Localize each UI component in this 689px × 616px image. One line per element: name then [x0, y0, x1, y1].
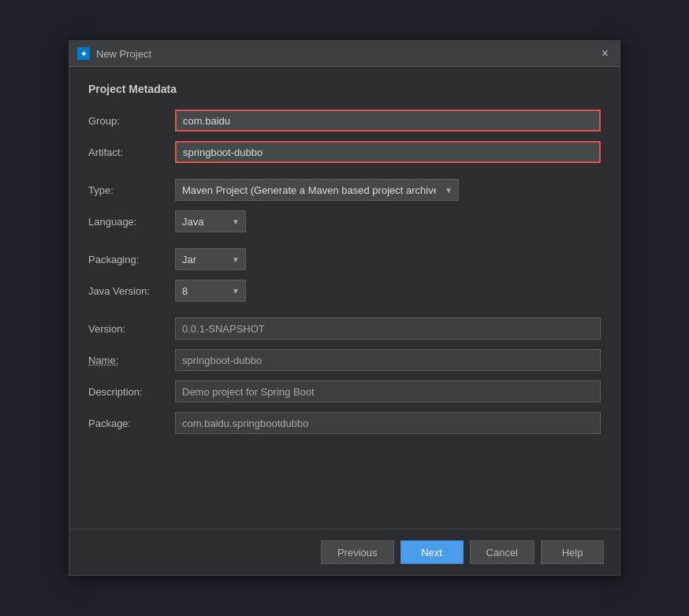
type-select-wrapper: Maven Project (Generate a Maven based pr… [175, 179, 459, 201]
language-select[interactable]: Java [175, 210, 246, 232]
packaging-select-wrapper: Jar ▼ [175, 248, 246, 270]
dialog-content: Project Metadata Group: Artifact: Type: … [69, 67, 620, 529]
language-row: Language: Java ▼ [88, 210, 601, 232]
packaging-label: Packaging: [88, 254, 175, 265]
close-button[interactable]: × [598, 46, 612, 61]
group-label: Group: [88, 115, 175, 127]
java-version-row: Java Version: 8 ▼ [88, 280, 601, 302]
title-bar-left: ✦ New Project [77, 47, 151, 60]
version-label: Version: [88, 323, 175, 335]
type-row: Type: Maven Project (Generate a Maven ba… [88, 179, 601, 201]
app-icon: ✦ [77, 47, 90, 60]
version-row: Version: [88, 317, 601, 340]
new-project-dialog: ✦ New Project × Project Metadata Group: … [69, 40, 620, 576]
description-label: Description: [88, 386, 175, 398]
description-row: Description: [88, 380, 601, 403]
group-row: Group: [88, 109, 601, 132]
package-input[interactable] [175, 412, 601, 434]
cancel-button[interactable]: Cancel [470, 540, 534, 564]
packaging-select[interactable]: Jar [175, 248, 246, 270]
java-version-label: Java Version: [88, 285, 175, 297]
packaging-row: Packaging: Jar ▼ [88, 248, 601, 270]
help-button[interactable]: Help [541, 540, 604, 564]
previous-button[interactable]: Previous [321, 540, 394, 564]
type-select[interactable]: Maven Project (Generate a Maven based pr… [175, 179, 459, 201]
java-version-select-wrapper: 8 ▼ [175, 280, 246, 302]
version-input[interactable] [175, 317, 601, 340]
artifact-label: Artifact: [88, 147, 175, 158]
next-button[interactable]: Next [400, 540, 464, 564]
name-label: Name: [88, 354, 175, 366]
language-label: Language: [88, 216, 175, 228]
type-label: Type: [88, 184, 175, 196]
name-row: Name: [88, 349, 601, 371]
dialog-footer: Previous Next Cancel Help [69, 529, 620, 575]
package-row: Package: [88, 412, 601, 434]
description-input[interactable] [175, 380, 601, 403]
artifact-input[interactable] [175, 141, 601, 163]
section-title: Project Metadata [88, 83, 601, 95]
dialog-title: New Project [96, 48, 151, 60]
name-input[interactable] [175, 349, 601, 371]
title-bar: ✦ New Project × [69, 41, 620, 67]
java-version-select[interactable]: 8 [175, 280, 246, 302]
language-select-wrapper: Java ▼ [175, 210, 246, 232]
group-input[interactable] [175, 109, 601, 132]
package-label: Package: [88, 417, 175, 429]
artifact-row: Artifact: [88, 141, 601, 163]
